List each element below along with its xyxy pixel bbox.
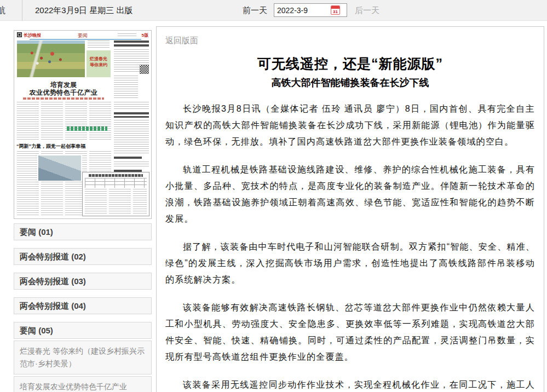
- qr-code: [140, 65, 149, 74]
- land-notice-box: [82, 172, 149, 216]
- thumbnail-main-headline: 培育发展 农业优势特色千亿产业: [15, 81, 112, 96]
- promo-line-1: 烂漫春光: [87, 56, 111, 62]
- article-paragraph-1: 长沙晚报3月8日讯（全媒体记者 伍玲 通讯员 廖宁）8日，国内首创、具有完全自主…: [165, 101, 535, 150]
- sidebar-section-2[interactable]: 两会特别报道 (02): [14, 248, 152, 265]
- sidebar-section-5[interactable]: 要闻 (05): [14, 322, 152, 339]
- promo-line-2: 等你来约: [87, 62, 111, 68]
- article-body: 长沙晚报3月8日讯（全媒体记者 伍玲 通讯员 廖宁）8日，国内首创、具有完全自主…: [165, 101, 535, 392]
- sidebar-section-1[interactable]: 要闻 (01): [14, 223, 152, 240]
- front-page-thumbnail[interactable]: 长沙晚报 要闻 5版 烂漫春光 等你来约 培育发展: [14, 30, 152, 219]
- article-paragraph-2: 轨道工程机械是铁路基础设施线路建设、维修、养护的综合性机械化施工装备，具有小批量…: [165, 162, 535, 227]
- masthead-date-text: [118, 33, 136, 37]
- right-headline-2: [114, 157, 142, 159]
- article-paragraph-4: 该装备能够有效解决高速铁路长钢轨、岔芯等道岔大部件更换作业中仍然依赖大量人工和小…: [165, 299, 535, 365]
- sidebar-article-link-1[interactable]: 烂漫春光 等你来约（建设乡村振兴示范市·乡村美景）: [14, 341, 152, 374]
- sidebar-section-4[interactable]: 两会特别报道 (04): [14, 297, 152, 314]
- article-panel: 返回版面 可无线遥控，还是“新能源版” 高铁大部件智能铺换装备在长沙下线 长沙晚…: [156, 26, 544, 392]
- notice-table: [85, 178, 147, 188]
- headline-line-1: 培育发展: [15, 81, 112, 89]
- sidebar-article-link-2[interactable]: 培育发展农业优势特色千亿产业: [14, 376, 152, 392]
- right-text-5: [114, 162, 149, 168]
- section-list: 要闻 (01)两会特别报道 (02)两会特别报道 (03)两会特别报道 (04)…: [14, 223, 152, 392]
- article-paragraph-3: 据了解，该装备由中车时代电子和山河智能联合研制。双方紧扣“智能、安全、精准、绿色…: [165, 239, 535, 288]
- aerial-village-photo: [17, 41, 85, 77]
- nav-text-fragment[interactable]: 航: [0, 5, 5, 16]
- publication-date-label: 2022年3月9日 星期三 出版: [35, 5, 133, 16]
- promo-column: 烂漫春光 等你来约: [87, 41, 111, 77]
- thumbnail-masthead: 长沙晚报 要闻 5版: [17, 32, 148, 38]
- worker-photo: [37, 154, 82, 182]
- top-toolbar: 航 2022年3月9日 星期三 出版 前一天 后一天: [0, 0, 547, 21]
- previous-day-button[interactable]: 前一天: [243, 5, 267, 16]
- body-columns-1: [17, 102, 112, 140]
- date-picker[interactable]: [274, 3, 347, 17]
- promo-banner: 烂漫春光 等你来约: [87, 50, 111, 77]
- thumbnail-second-headline: “两新”力量，跟党一起创享幸福: [16, 143, 88, 150]
- headline-red-subtitle: [23, 97, 104, 100]
- page-number-label: 5版: [142, 32, 148, 38]
- green-series-label: [67, 126, 107, 131]
- right-text-2: [114, 76, 138, 100]
- article-paragraph-5: 该装备采用无线遥控同步动作作业技术，实现全程机械化作业，在同工况下，施工人员较行…: [165, 377, 535, 392]
- notice-text: [85, 189, 147, 215]
- sidebar-section-3[interactable]: 两会特别报道 (03): [14, 273, 152, 290]
- right-text-4: [114, 120, 149, 154]
- sidebar: 长沙晚报 要闻 5版 烂漫春光 等你来约 培育发展: [14, 30, 152, 392]
- next-day-button[interactable]: 后一天: [355, 5, 379, 16]
- right-headline-1: [114, 41, 149, 47]
- right-headline-remote-control: [114, 112, 149, 118]
- promo-intro-text: [88, 41, 110, 49]
- headline-line-2: 农业优势特色千亿产业: [15, 89, 112, 96]
- right-text-3: [114, 102, 149, 111]
- article-subtitle: 高铁大部件智能铺换装备在长沙下线: [165, 76, 535, 89]
- toolbar-divider: [22, 0, 22, 21]
- back-to-page-link[interactable]: 返回版面: [165, 36, 198, 46]
- article-title: 可无线遥控，还是“新能源版”: [165, 55, 535, 73]
- notice-title: [89, 174, 143, 177]
- masthead-rule: [30, 39, 141, 40]
- calendar-icon[interactable]: [331, 5, 340, 15]
- date-input[interactable]: [276, 5, 331, 15]
